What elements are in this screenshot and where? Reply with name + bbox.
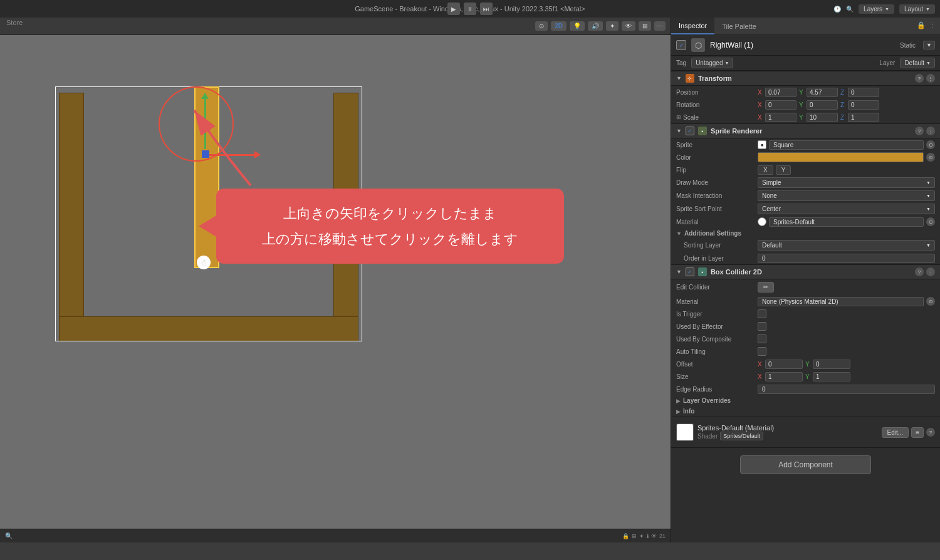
sprite-renderer-toggle[interactable]: ✓ [686, 127, 694, 135]
store-label[interactable]: Store [6, 19, 23, 26]
box-collider-toggle[interactable]: ✓ [686, 267, 694, 276]
flip-y-btn[interactable]: Y [776, 165, 791, 175]
pause-button[interactable]: ⏸ [464, 3, 476, 15]
transform-x-arrow[interactable] [206, 154, 256, 156]
layer-overrides-section[interactable]: ▶ Layer Overrides [671, 395, 940, 406]
rot-x-field[interactable]: X [758, 100, 796, 110]
tag-dropdown[interactable]: Untagged▼ [691, 58, 733, 68]
sprite-select-btn[interactable]: ⊙ [926, 140, 935, 149]
sprite-value[interactable]: Square [769, 140, 924, 150]
hidden-btn[interactable]: 👁 [622, 21, 635, 31]
material-help-btn[interactable]: ? [926, 428, 935, 437]
step-button[interactable]: ⏭ [480, 3, 493, 15]
rot-x-input[interactable] [765, 100, 796, 110]
transform-center[interactable] [202, 150, 209, 158]
rot-y-input[interactable] [807, 100, 838, 110]
mask-interaction-dropdown[interactable]: None▼ [758, 190, 935, 201]
transform-menu-btn[interactable]: ⋮ [926, 74, 935, 83]
rot-z-input[interactable] [848, 100, 879, 110]
more-tab-icon[interactable]: ⋮ [929, 21, 936, 29]
add-component-btn[interactable]: Add Component [740, 455, 871, 474]
lock-tab-icon[interactable]: 🔒 [917, 21, 926, 29]
material-field[interactable]: Sprites-Default ⊙ [758, 217, 935, 227]
sprite-menu-btn[interactable]: ⋮ [926, 127, 935, 135]
gizmos-btn[interactable]: ⊙ [535, 21, 548, 31]
scale-z-field[interactable]: Z [840, 113, 879, 122]
rot-z-field[interactable]: Z [840, 100, 879, 110]
pos-x-input[interactable] [765, 88, 796, 97]
bc-material-select[interactable]: ⊙ [926, 297, 935, 306]
color-field[interactable] [758, 152, 924, 162]
auto-tiling-checkbox[interactable] [758, 347, 766, 356]
tab-inspector[interactable]: Inspector [671, 18, 714, 34]
order-in-layer-input[interactable] [758, 254, 935, 263]
pos-x-field[interactable]: X [758, 88, 796, 97]
scene-bottom-icon2[interactable]: ✦ [639, 533, 644, 539]
scale-z-input[interactable] [848, 113, 879, 122]
pos-y-input[interactable] [807, 88, 838, 97]
tab-tile-palette[interactable]: Tile Palette [714, 18, 764, 34]
sprite-renderer-header[interactable]: ▼ ✓ ▪ Sprite Renderer ? ⋮ [671, 123, 940, 138]
bc-material-value[interactable]: None (Physics Material 2D) [758, 297, 924, 306]
edit-material-btn[interactable]: Edit... [882, 427, 909, 438]
fx-btn[interactable]: ✦ [606, 21, 619, 31]
shader-value[interactable]: Sprites/Default [720, 432, 763, 440]
static-dropdown[interactable]: ▼ [923, 41, 935, 49]
offset-y-field[interactable]: Y [805, 360, 850, 369]
used-by-effector-checkbox[interactable] [758, 322, 766, 331]
size-y-input[interactable] [813, 372, 850, 381]
offset-y-input[interactable] [813, 360, 850, 369]
is-trigger-checkbox[interactable] [758, 309, 766, 318]
size-x-input[interactable] [765, 372, 803, 381]
scale-x-input[interactable] [765, 113, 796, 122]
pos-z-input[interactable] [848, 88, 879, 97]
used-by-composite-checkbox[interactable] [758, 334, 766, 343]
sound-btn[interactable]: 🔊 [588, 21, 603, 31]
pos-z-field[interactable]: Z [840, 88, 879, 97]
lock-icon[interactable]: 🔒 [622, 533, 629, 539]
layers-dropdown[interactable]: Layers▼ [859, 4, 894, 14]
material-select-btn[interactable]: ⊙ [926, 217, 935, 226]
scale-y-input[interactable] [807, 113, 838, 122]
flip-x-btn[interactable]: X [758, 165, 773, 175]
scene-bottom-icon1[interactable]: ⊞ [632, 533, 637, 539]
pos-y-field[interactable]: Y [799, 88, 838, 97]
rot-y-field[interactable]: Y [799, 100, 838, 110]
object-checkbox[interactable]: ✓ [676, 40, 686, 50]
sprite-sort-dropdown[interactable]: Center▼ [758, 204, 935, 214]
collider-menu-btn[interactable]: ⋮ [926, 267, 935, 276]
transform-y-arrow[interactable] [204, 98, 206, 149]
history-icon[interactable]: 🕐 [833, 6, 841, 13]
scale-x-field[interactable]: X [758, 113, 796, 122]
transform-header[interactable]: ▼ ⊹ Transform ? ⋮ [671, 71, 940, 86]
light-btn[interactable]: 💡 [570, 21, 585, 31]
box-collider-header[interactable]: ▼ ✓ ▪ Box Collider 2D ? ⋮ [671, 264, 940, 279]
offset-x-field[interactable]: X [758, 360, 803, 369]
size-x-field[interactable]: X [758, 372, 803, 381]
scene-view[interactable]: 上向きの矢印をクリックしたまま 上の方に移動させてクリックを離します ☃ [0, 35, 671, 529]
search-small-icon[interactable]: 🔍 [5, 532, 13, 539]
eye-icon[interactable]: 👁 [651, 533, 657, 539]
additional-settings-section[interactable]: ▼ Additional Settings [671, 228, 940, 239]
2d-mode-btn[interactable]: 2D [551, 21, 567, 31]
info-section[interactable]: ▶ Info [671, 406, 940, 417]
offset-x-input[interactable] [765, 360, 803, 369]
material-value-sr[interactable]: Sprites-Default [769, 217, 924, 227]
more-btn[interactable]: ⋯ [654, 21, 666, 31]
inspector-content[interactable]: ▼ ⊹ Transform ? ⋮ Position X [671, 71, 940, 542]
grid-btn[interactable]: ⊞ [639, 21, 651, 31]
scene-bottom-icon3[interactable]: ℹ [647, 533, 649, 539]
layer-dropdown[interactable]: Default▼ [900, 58, 935, 68]
layout-dropdown[interactable]: Layout▼ [899, 4, 935, 14]
edge-radius-input[interactable] [758, 385, 935, 394]
color-select-btn[interactable]: ⊙ [926, 153, 935, 162]
collider-help-btn[interactable]: ? [915, 267, 924, 276]
draw-mode-dropdown[interactable]: Simple▼ [758, 177, 935, 188]
sprite-field[interactable]: ■ Square ⊙ [758, 140, 935, 150]
transform-help-btn[interactable]: ? [915, 74, 924, 83]
transform-circle[interactable] [159, 86, 234, 162]
search-icon[interactable]: 🔍 [846, 6, 854, 13]
size-y-field[interactable]: Y [805, 372, 850, 381]
material-menu-btn[interactable]: ≡ [911, 427, 924, 438]
scale-y-field[interactable]: Y [799, 113, 838, 122]
